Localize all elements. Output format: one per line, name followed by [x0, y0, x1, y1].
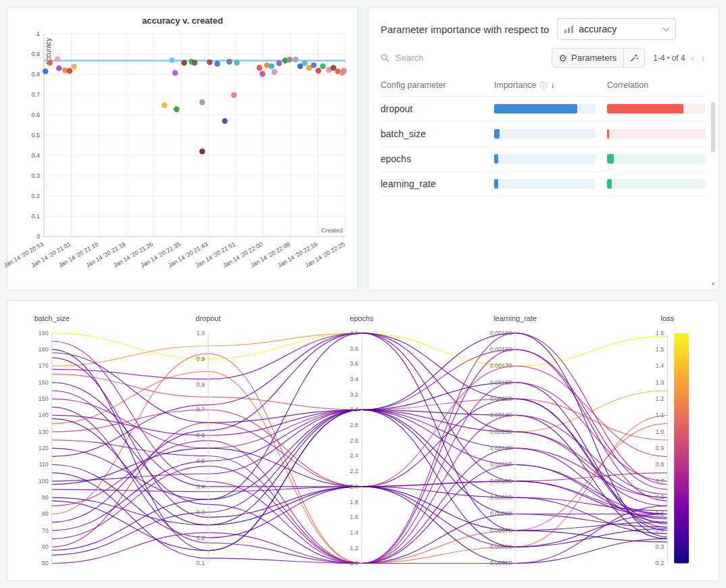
scatter-point[interactable] — [43, 68, 49, 74]
scatter-point[interactable] — [199, 99, 205, 105]
prev-page-button[interactable]: ‹ — [689, 52, 696, 64]
axis-epochs: epochs4.03.83.63.43.23.02.82.62.42.22.01… — [349, 314, 374, 567]
scatter-point[interactable] — [207, 59, 213, 66]
magic-wand-button[interactable] — [624, 48, 645, 68]
dashboard: accuracy v. created 10.90.80.70.60.50.40… — [0, 0, 726, 588]
axis-tick-label: 3.0 — [350, 406, 358, 413]
scatter-point[interactable] — [169, 57, 175, 64]
next-page-button[interactable]: › — [700, 52, 706, 64]
scatter-point[interactable] — [287, 57, 293, 63]
axis-tick-label: 0.00100 — [490, 478, 512, 485]
scatter-point[interactable] — [260, 71, 266, 77]
column-correlation[interactable]: Correlation — [607, 80, 705, 90]
run-line[interactable] — [52, 374, 667, 440]
axis-tick-label: 170 — [39, 362, 49, 369]
scatter-point[interactable] — [311, 62, 317, 68]
scatter-point[interactable] — [67, 68, 73, 74]
scatter-point[interactable] — [272, 69, 278, 75]
scatter-point[interactable] — [71, 64, 77, 70]
axis-tick-label: 1.6 — [350, 514, 358, 520]
run-line[interactable] — [52, 391, 667, 564]
scatter-point[interactable] — [276, 60, 283, 66]
run-line[interactable] — [52, 366, 667, 487]
magic-wand-icon — [629, 53, 639, 63]
scatter-point[interactable] — [341, 68, 347, 74]
correlation-bar — [607, 154, 705, 164]
scatter-point[interactable] — [172, 70, 178, 76]
axis-tick-label: 2.0 — [350, 483, 358, 490]
scatter-point[interactable] — [231, 92, 237, 98]
table-row[interactable]: dropout — [381, 97, 706, 122]
parameter-importance-panel: Parameter importance with respect to acc… — [368, 7, 719, 291]
scatter-point[interactable] — [192, 60, 198, 66]
search-input[interactable] — [394, 52, 489, 64]
scatter-point[interactable] — [56, 66, 62, 72]
importance-cell — [494, 179, 596, 189]
run-line[interactable] — [52, 487, 667, 511]
scatter-point[interactable] — [302, 60, 308, 66]
axis-tick-label: 0.6 — [656, 494, 664, 501]
scatter-point[interactable] — [226, 59, 233, 65]
axis-tick-label: 3.8 — [350, 345, 358, 352]
axis-tick-label: 0.00170 — [490, 362, 512, 369]
run-line[interactable] — [52, 410, 667, 530]
scatter-point[interactable] — [293, 57, 299, 63]
axis-tick-label: 120 — [39, 445, 49, 451]
scatter-point[interactable] — [162, 102, 168, 108]
run-line[interactable] — [52, 407, 667, 563]
run-line[interactable] — [52, 333, 667, 550]
scatter-points — [43, 56, 347, 154]
run-line[interactable] — [52, 333, 667, 366]
parallel-coordinates-panel: batch_size190180170160150140130120110100… — [7, 300, 719, 581]
scatter-point[interactable] — [199, 149, 205, 155]
axis-tick-label: 1.0 — [196, 330, 204, 337]
scatter-point[interactable] — [234, 59, 240, 66]
axis-tick-label: 2.6 — [350, 437, 358, 444]
config-parameter-name: learning_rate — [381, 178, 494, 189]
table-header: Config parameter Importance ⓘ ↓ Correlat… — [381, 74, 706, 97]
scatter-grid: 10.90.80.70.60.50.40.30.20.10Jan 14 '20 … — [3, 30, 346, 269]
axis-tick-label: 0.9 — [196, 356, 204, 362]
pagination: 1-4 ▾ of 4 — [653, 53, 685, 63]
scatter-point[interactable] — [181, 60, 187, 66]
axis-tick-label: 70 — [42, 527, 49, 534]
table-row[interactable]: epochs — [381, 147, 706, 172]
table-row[interactable]: batch_size — [381, 122, 706, 147]
axis-tick-label: 0.8 — [196, 381, 204, 388]
metric-selector[interactable]: accuracy — [557, 18, 676, 40]
scatter-point[interactable] — [257, 65, 263, 71]
table-row[interactable]: learning_rate — [381, 172, 706, 197]
page-range[interactable]: 1-4 — [653, 53, 664, 63]
run-line[interactable] — [52, 372, 667, 564]
scatter-point[interactable] — [47, 60, 53, 66]
axis-tick-label: 0.4 — [656, 527, 664, 534]
column-importance[interactable]: Importance ⓘ ↓ — [494, 80, 596, 90]
axis-label: batch_size — [34, 314, 70, 322]
axis-tick-label: 0.2 — [656, 560, 664, 566]
scatter-point[interactable] — [316, 68, 322, 74]
scatter-point[interactable] — [214, 61, 220, 67]
scatter-point[interactable] — [320, 64, 326, 70]
scatter-point[interactable] — [268, 64, 274, 70]
axis-tick-label: 180 — [39, 346, 49, 353]
run-line[interactable] — [52, 333, 667, 497]
search-box — [381, 52, 546, 64]
scrollbar-thumb[interactable] — [711, 102, 715, 152]
scatter-point[interactable] — [174, 106, 180, 112]
scrollbar-down-arrow[interactable]: ▾ — [710, 281, 717, 287]
axis-tick-label: 160 — [39, 379, 49, 386]
parameters-button[interactable]: ⚙ Parameters — [552, 48, 625, 68]
run-line[interactable] — [52, 353, 667, 563]
run-line[interactable] — [52, 349, 667, 563]
run-line[interactable] — [52, 349, 667, 489]
x-axis-title: Created — [321, 227, 343, 234]
run-line[interactable] — [52, 383, 667, 531]
importance-bar — [494, 129, 596, 139]
scatter-point[interactable] — [55, 56, 61, 62]
svg-text:0: 0 — [37, 233, 40, 240]
importance-bar — [494, 104, 596, 114]
svg-text:0.4: 0.4 — [31, 152, 40, 159]
axis-tick-label: 4.0 — [350, 330, 358, 337]
scatter-point[interactable] — [222, 118, 228, 124]
axis-tick-label: 1.2 — [350, 545, 358, 552]
